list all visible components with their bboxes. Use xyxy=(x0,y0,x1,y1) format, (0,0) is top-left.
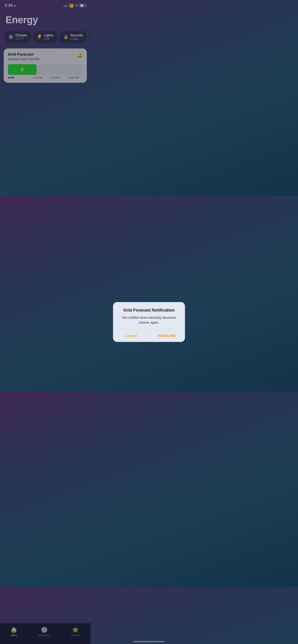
dialog-overlay: Grid Forecast Notification Get notified … xyxy=(0,0,91,196)
